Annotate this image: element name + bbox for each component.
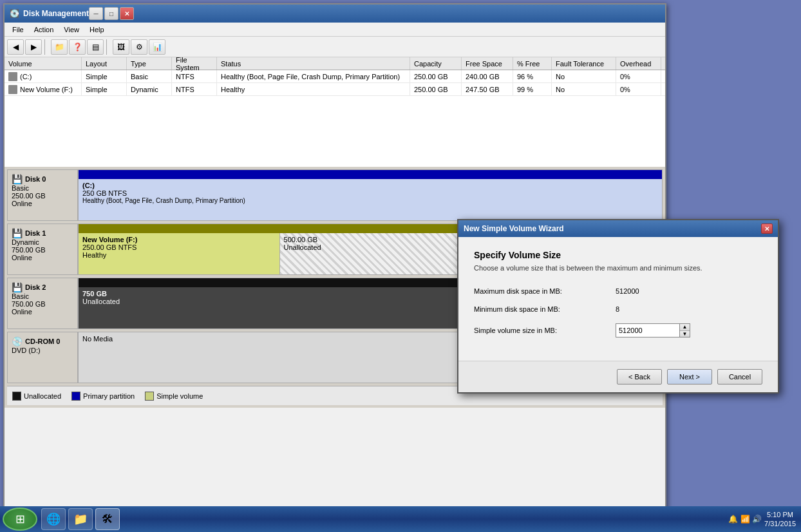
spinner-buttons: ▲ ▼ xyxy=(680,323,690,337)
wizard-title-text: New Simple Volume Wizard xyxy=(464,224,761,233)
cell-free-1: 247.50 GB xyxy=(462,83,513,95)
field-volume-size: Simple volume size in MB: ▲ ▼ xyxy=(474,323,762,337)
col-overhead: Overhead xyxy=(616,57,661,70)
col-layout: Layout xyxy=(82,57,127,70)
cell-pct-0: 96 % xyxy=(513,70,552,82)
view1-button[interactable]: 🖼 xyxy=(113,39,129,55)
list-button[interactable]: ▤ xyxy=(87,39,104,55)
toolbar-sep-2 xyxy=(106,39,110,55)
next-button[interactable]: Next > xyxy=(667,369,712,385)
folder-button[interactable]: 📁 xyxy=(51,39,68,55)
value-min-disk-space: 8 xyxy=(616,305,619,313)
cell-overhead-0: 0% xyxy=(616,70,661,82)
label-max-disk-space: Maximum disk space in MB: xyxy=(474,287,616,295)
col-pctfree: % Free xyxy=(513,57,552,70)
disk-icon: 💾 xyxy=(12,282,23,292)
volume-table: Volume Layout Type File System Status Ca… xyxy=(5,57,665,167)
table-row[interactable]: (C:) Simple Basic NTFS Healthy (Boot, Pa… xyxy=(5,70,665,83)
menu-action[interactable]: Action xyxy=(29,24,59,35)
taskbar-folder[interactable]: 📁 xyxy=(68,508,93,530)
label-min-disk-space: Minimum disk space in MB: xyxy=(474,305,616,313)
disk-0-label: 💾 Disk 0 Basic 250.00 GB Online xyxy=(7,169,78,221)
legend-simple: Simple volume xyxy=(145,392,203,401)
view3-button[interactable]: 📊 xyxy=(149,39,165,55)
field-max-disk-space: Maximum disk space in MB: 512000 xyxy=(474,287,762,295)
taskbar-ie[interactable]: 🌐 xyxy=(41,508,66,530)
spinner-up[interactable]: ▲ xyxy=(680,324,690,331)
menu-file[interactable]: File xyxy=(7,24,29,35)
window-title: Disk Management xyxy=(23,9,89,18)
wizard-content: Specify Volume Size Choose a volume size… xyxy=(458,237,778,361)
cell-cap-1: 250.00 GB xyxy=(410,83,462,95)
label-volume-size: Simple volume size in MB: xyxy=(474,327,616,334)
back-button[interactable]: < Back xyxy=(617,369,662,385)
legend-box-primary xyxy=(71,392,80,401)
back-button[interactable]: ◀ xyxy=(7,39,24,55)
wizard-close-button[interactable]: ✕ xyxy=(761,223,773,234)
forward-button[interactable]: ▶ xyxy=(25,39,42,55)
col-status: Status xyxy=(217,57,410,70)
table-header: Volume Layout Type File System Status Ca… xyxy=(5,57,665,70)
disk-icon: 💾 xyxy=(12,174,23,184)
col-type: Type xyxy=(127,57,172,70)
volume-size-input[interactable] xyxy=(616,323,680,337)
cell-type-1: Dynamic xyxy=(127,83,172,95)
legend-primary: Primary partition xyxy=(71,392,135,401)
cell-fault-1: No xyxy=(552,83,616,95)
disk-0-partition-0[interactable]: (C:) 250 GB NTFS Healthy (Boot, Page Fil… xyxy=(79,179,662,220)
clock: 5:10 PM 7/31/2015 xyxy=(764,510,796,529)
col-fault: Fault Tolerance xyxy=(552,57,616,70)
help-button[interactable]: ❓ xyxy=(69,39,86,55)
cell-layout-0: Simple xyxy=(82,70,127,82)
col-volume: Volume xyxy=(5,57,82,70)
taskbar: ⊞ 🌐 📁 🛠 🔔 📶 🔊 5:10 PM 7/31/2015 xyxy=(0,506,801,532)
minimize-button[interactable]: ─ xyxy=(89,7,103,20)
disk-icon: 💾 xyxy=(12,228,23,238)
cell-fault-0: No xyxy=(552,70,616,82)
cdrom-0-label: 💿 CD-ROM 0 DVD (D:) xyxy=(7,332,78,383)
cell-type-0: Basic xyxy=(127,70,172,82)
menu-help[interactable]: Help xyxy=(84,24,109,35)
legend-unallocated: Unallocated xyxy=(12,392,61,401)
col-filesystem: File System xyxy=(172,57,217,70)
cell-free-0: 240.00 GB xyxy=(462,70,513,82)
view2-button[interactable]: ⚙ xyxy=(131,39,147,55)
start-button[interactable]: ⊞ xyxy=(3,508,37,531)
wizard-title-bar: New Simple Volume Wizard ✕ xyxy=(458,220,778,237)
wizard-footer: < Back Next > Cancel xyxy=(458,361,778,392)
system-tray-icons: 🔔 📶 🔊 xyxy=(728,515,762,524)
cancel-button[interactable]: Cancel xyxy=(717,369,762,385)
disk-0-partitions: (C:) 250 GB NTFS Healthy (Boot, Page Fil… xyxy=(79,179,662,220)
disk-0-bar xyxy=(79,170,662,179)
cell-status-1: Healthy xyxy=(217,83,410,95)
disk-0-row: 💾 Disk 0 Basic 250.00 GB Online (C:) 250… xyxy=(7,169,663,221)
cell-fs-0: NTFS xyxy=(172,70,217,82)
cell-layout-1: Simple xyxy=(82,83,127,95)
legend-box-simple xyxy=(145,392,154,401)
maximize-button[interactable]: □ xyxy=(104,7,118,20)
title-bar: 💽 Disk Management ─ □ ✕ xyxy=(5,5,665,23)
wizard-dialog: New Simple Volume Wizard ✕ Specify Volum… xyxy=(457,219,779,394)
close-button[interactable]: ✕ xyxy=(120,7,134,20)
cdrom-icon: 💿 xyxy=(12,336,23,347)
cell-volume-0: (C:) xyxy=(5,70,82,82)
toolbar-sep-1 xyxy=(44,39,48,55)
col-capacity: Capacity xyxy=(410,57,462,70)
menu-view[interactable]: View xyxy=(59,24,84,35)
taskbar-tools[interactable]: 🛠 xyxy=(95,508,120,530)
cell-fs-1: NTFS xyxy=(172,83,217,95)
cell-overhead-1: 0% xyxy=(616,83,661,95)
toolbar: ◀ ▶ 📁 ❓ ▤ 🖼 ⚙ 📊 xyxy=(5,37,665,57)
title-bar-buttons: ─ □ ✕ xyxy=(89,7,134,20)
field-min-disk-space: Minimum disk space in MB: 8 xyxy=(474,305,762,313)
disk-1-partition-0[interactable]: New Volume (F:) 250.00 GB NTFS Healthy xyxy=(79,233,280,274)
table-row[interactable]: New Volume (F:) Simple Dynamic NTFS Heal… xyxy=(5,83,665,96)
cell-pct-1: 99 % xyxy=(513,83,552,95)
cell-status-0: Healthy (Boot, Page File, Crash Dump, Pr… xyxy=(217,70,410,82)
app-icon: 💽 xyxy=(10,9,19,18)
cell-volume-1: New Volume (F:) xyxy=(5,83,82,95)
menu-bar: File Action View Help xyxy=(5,23,665,37)
cell-cap-0: 250.00 GB xyxy=(410,70,462,82)
spinner-down[interactable]: ▼ xyxy=(680,331,690,337)
volume-size-input-group: ▲ ▼ xyxy=(616,323,690,337)
